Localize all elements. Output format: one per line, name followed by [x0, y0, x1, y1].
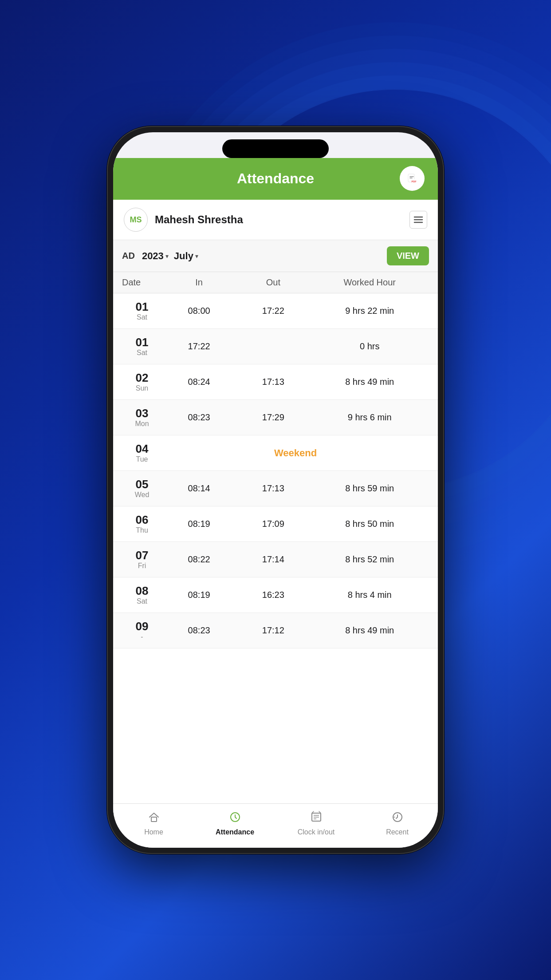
in-time: 08:14: [162, 483, 236, 494]
table-row: 01 Sat 17:22 0 hrs: [113, 329, 438, 364]
list-view-button[interactable]: [409, 211, 427, 229]
table-row: 09 - 08:23 17:12 8 hrs 49 min: [113, 613, 438, 648]
svg-rect-6: [151, 817, 157, 822]
in-time: 08:22: [162, 554, 236, 565]
worked-hours: 8 hrs 49 min: [310, 625, 429, 636]
worked-hours: 9 hrs 22 min: [310, 306, 429, 316]
nav-item-recent[interactable]: Recent: [357, 808, 438, 839]
out-time: 17:22: [236, 306, 310, 316]
dynamic-island: [222, 139, 329, 158]
bottom-nav: HomeAttendanceClock in/outRecent: [113, 803, 438, 848]
date-cell: 05 Wed: [122, 478, 162, 499]
nav-item-attendance[interactable]: Attendance: [194, 808, 276, 839]
out-time: 17:29: [236, 412, 310, 423]
date-cell: 04 Tue: [122, 443, 162, 463]
avatar-initials: MS: [130, 215, 142, 225]
clockinout-nav-label: Clock in/out: [298, 828, 335, 836]
table-body: 01 Sat 08:00 17:22 9 hrs 22 min 01 Sat 1…: [113, 293, 438, 803]
in-time: 08:19: [162, 519, 236, 529]
worked-hours: 8 hrs 52 min: [310, 554, 429, 565]
out-time: 17:13: [236, 483, 310, 494]
avatar: MS: [124, 208, 148, 232]
nav-item-home[interactable]: Home: [113, 808, 194, 839]
recent-nav-label: Recent: [386, 828, 409, 836]
out-time: 17:13: [236, 377, 310, 387]
table-row: 02 Sun 08:24 17:13 8 hrs 49 min: [113, 364, 438, 400]
out-time: 17:14: [236, 554, 310, 565]
month-value: July: [174, 250, 193, 262]
year-chevron-icon: ▾: [165, 253, 169, 260]
out-time: 16:23: [236, 590, 310, 600]
out-time: 17:09: [236, 519, 310, 529]
year-selector[interactable]: 2023 ▾: [142, 250, 169, 262]
clockinout-nav-icon: [310, 811, 323, 826]
calendar-type-label: AD: [122, 251, 135, 261]
recent-nav-icon: [391, 811, 404, 826]
in-time: 08:23: [162, 625, 236, 636]
table-row: 04 Tue Weekend: [113, 435, 438, 471]
date-cell: 08 Sat: [122, 585, 162, 605]
attendance-nav-icon: [229, 811, 241, 826]
table-row: 06 Thu 08:19 17:09 8 hrs 50 min: [113, 506, 438, 542]
table-row: 01 Sat 08:00 17:22 9 hrs 22 min: [113, 293, 438, 329]
out-time: 17:12: [236, 625, 310, 636]
view-button[interactable]: VIEW: [387, 246, 429, 265]
content-area: MS Mahesh Shrestha AD 2023 ▾: [113, 200, 438, 803]
col-out: Out: [236, 277, 310, 288]
date-cell: 02 Sun: [122, 371, 162, 392]
table-row: 08 Sat 08:19 16:23 8 hrs 4 min: [113, 577, 438, 613]
in-time: 08:19: [162, 590, 236, 600]
worked-hours: 8 hrs 4 min: [310, 590, 429, 600]
in-time: 08:00: [162, 306, 236, 316]
in-time: 08:24: [162, 377, 236, 387]
weekend-label: Weekend: [162, 447, 429, 459]
worked-hours: 9 hrs 6 min: [310, 412, 429, 423]
date-cell: 07 Fri: [122, 549, 162, 570]
in-time: 08:23: [162, 412, 236, 423]
table-header: Date In Out Worked Hour: [113, 272, 438, 293]
page-title: Attendance: [151, 170, 400, 187]
user-name: Mahesh Shrestha: [155, 213, 409, 226]
worked-hours: 8 hrs 50 min: [310, 519, 429, 529]
table-row: 07 Fri 08:22 17:14 8 hrs 52 min: [113, 542, 438, 577]
home-nav-label: Home: [144, 828, 163, 836]
worked-hours: 8 hrs 59 min: [310, 483, 429, 494]
attendance-nav-label: Attendance: [216, 828, 254, 836]
home-nav-icon: [148, 811, 160, 826]
month-selector[interactable]: July ▾: [174, 250, 198, 262]
phone-screen: Attendance PDF MS Mahesh Shrestha: [113, 132, 438, 848]
svg-text:PDF: PDF: [412, 180, 417, 183]
app-header: Attendance PDF: [113, 158, 438, 200]
col-date: Date: [122, 277, 162, 288]
date-cell: 01 Sat: [122, 336, 162, 357]
date-cell: 06 Thu: [122, 514, 162, 534]
phone-frame: Attendance PDF MS Mahesh Shrestha: [107, 126, 444, 854]
date-cell: 09 -: [122, 620, 162, 641]
table-row: 05 Wed 08:14 17:13 8 hrs 59 min: [113, 471, 438, 506]
col-in: In: [162, 277, 236, 288]
table-row: 03 Mon 08:23 17:29 9 hrs 6 min: [113, 400, 438, 435]
date-cell: 01 Sat: [122, 300, 162, 321]
date-cell: 03 Mon: [122, 407, 162, 428]
worked-hours: 0 hrs: [310, 341, 429, 352]
user-row: MS Mahesh Shrestha: [113, 200, 438, 240]
worked-hours: 8 hrs 49 min: [310, 377, 429, 387]
in-time: 17:22: [162, 341, 236, 352]
month-chevron-icon: ▾: [195, 253, 198, 260]
filter-row: AD 2023 ▾ July ▾ VIEW: [113, 240, 438, 272]
nav-item-clockinout[interactable]: Clock in/out: [276, 808, 357, 839]
col-worked: Worked Hour: [310, 277, 429, 288]
year-value: 2023: [142, 250, 164, 262]
pdf-button[interactable]: PDF: [400, 166, 425, 191]
